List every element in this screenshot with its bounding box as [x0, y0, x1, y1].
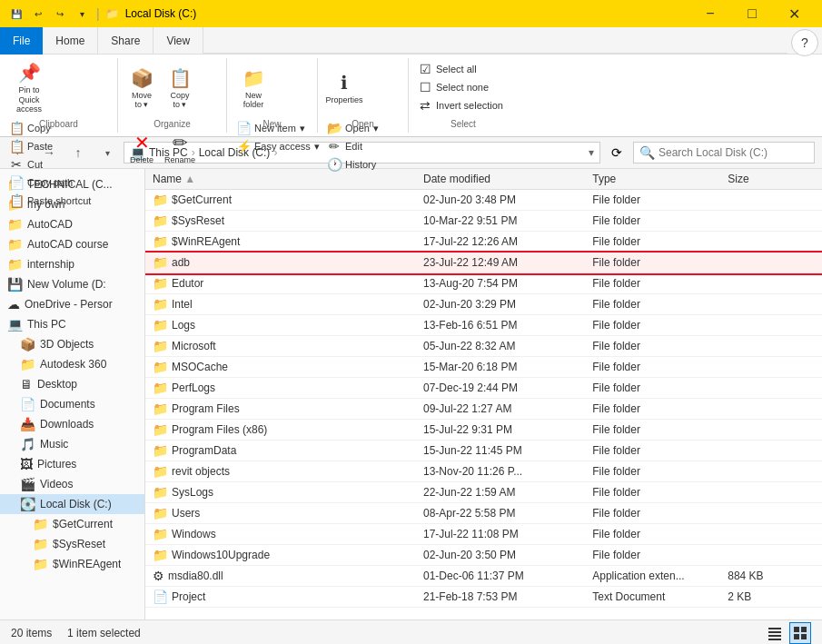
redo-quick-btn[interactable]: ↪ [51, 5, 69, 23]
sidebar-item-internship[interactable]: 📁internship [0, 254, 144, 274]
table-row[interactable]: 📄 Project 21-Feb-18 7:53 PM Text Documen… [145, 587, 822, 608]
minimize-button[interactable]: − [689, 0, 731, 27]
file-type: Text Document [585, 587, 720, 608]
edit-icon: ✏ [327, 139, 342, 154]
address-dropdown-btn[interactable]: ▾ [589, 146, 594, 159]
sidebar-item-documents[interactable]: 📄Documents [0, 394, 144, 414]
table-row[interactable]: 📁 Users 08-Apr-22 5:58 PM File folder [145, 503, 822, 524]
cut-btn[interactable]: ✂ Cut [5, 155, 94, 173]
invert-selection-btn[interactable]: ⇄ Invert selection [414, 96, 507, 114]
table-row[interactable]: 📁 ProgramData 15-Jun-22 11:45 PM File fo… [145, 441, 822, 461]
sidebar-item-localdisk[interactable]: 💽Local Disk (C:) [0, 494, 144, 514]
svg-rect-2 [768, 635, 781, 637]
col-header-size[interactable]: Size [720, 169, 822, 190]
view-details-btn[interactable] [764, 622, 786, 644]
cut-icon: ✂ [9, 157, 24, 172]
edit-btn[interactable]: ✏ Edit [323, 137, 382, 155]
table-row[interactable]: 📁 $GetCurrent 02-Jun-20 3:48 PM File fol… [145, 190, 822, 211]
sidebar-icon-internship: 📁 [7, 257, 23, 272]
file-type: File folder [585, 336, 720, 357]
table-row[interactable]: 📁 Intel 02-Jun-20 3:29 PM File folder [145, 294, 822, 315]
select-all-btn[interactable]: ☑ Select all [414, 60, 507, 78]
table-row[interactable]: 📁 $SysReset 10-Mar-22 9:51 PM File folde… [145, 211, 822, 232]
table-row[interactable]: 📁 $WinREAgent 17-Jul-22 12:26 AM File fo… [145, 232, 822, 253]
sidebar-item-newvolume[interactable]: 💾New Volume (D: [0, 274, 144, 294]
maximize-button[interactable]: □ [731, 0, 773, 27]
close-button[interactable]: ✕ [773, 0, 815, 27]
sidebar-item-getcurrent[interactable]: 📁$GetCurrent [0, 514, 144, 534]
select-group-label: Select [409, 119, 518, 129]
table-row[interactable]: 📁 Logs 13-Feb-16 6:51 PM File folder [145, 315, 822, 336]
sidebar-item-videos[interactable]: 🎬Videos [0, 474, 144, 494]
col-header-date[interactable]: Date modified [416, 169, 585, 190]
copy-to-btn[interactable]: 📋 Copyto ▾ [162, 60, 198, 118]
easy-access-btn[interactable]: ⚡ Easy access ▾ [233, 137, 323, 155]
pin-to-quick-btn[interactable]: 📌 Pin to Quick access [5, 60, 53, 118]
table-row[interactable]: 📁 Windows 17-Jul-22 11:08 PM File folder [145, 524, 822, 545]
table-row[interactable]: 📁 Edutor 13-Aug-20 7:54 PM File folder [145, 273, 822, 294]
sidebar-section: 📁TECHNICAL (C...📁my own📁AutoCAD📁AutoCAD … [0, 174, 144, 574]
tab-view[interactable]: View [154, 27, 203, 54]
paste-shortcut-btn[interactable]: 📋 Paste shortcut [5, 192, 94, 210]
file-name: ProgramData [172, 444, 236, 457]
col-header-type[interactable]: Type [585, 169, 720, 190]
table-row[interactable]: 📁 MSOCache 15-Mar-20 6:18 PM File folder [145, 357, 822, 378]
table-row[interactable]: 📁 Program Files (x86) 15-Jul-22 9:31 PM … [145, 420, 822, 441]
dropdown-qa-btn[interactable]: ▾ [73, 5, 91, 23]
ribbon-group-new: 📁 Newfolder 📄 New item ▾ ⚡ Easy access ▾ [227, 58, 318, 133]
file-icon: 📁 [153, 422, 168, 437]
refresh-button[interactable]: ⟳ [604, 140, 629, 165]
select-none-btn[interactable]: ☐ Select none [414, 78, 507, 96]
file-date: 22-Jun-22 1:59 AM [416, 482, 585, 503]
ribbon-content: 📌 Pin to Quick access 📋 Copy 📋 Paste ✂ C… [0, 54, 822, 136]
file-table: Name ▲ Date modified Type Size 📁 $GetCur… [145, 169, 822, 608]
move-to-btn[interactable]: 📦 Moveto ▾ [124, 60, 160, 118]
sidebar-item-desktop[interactable]: 🖥Desktop [0, 374, 144, 394]
history-btn[interactable]: 🕐 History [323, 155, 382, 173]
sidebar-label-3dobjects: 3D Objects [40, 338, 94, 351]
search-bar[interactable]: 🔍 [633, 142, 815, 163]
sidebar-item-sysreset[interactable]: 📁$SysReset [0, 534, 144, 554]
file-size [720, 273, 822, 294]
table-row[interactable]: 📁 revit objects 13-Nov-20 11:26 P... Fil… [145, 461, 822, 482]
table-row[interactable]: 📁 adb 23-Jul-22 12:49 AM File folder [145, 253, 822, 273]
sidebar-item-thispc[interactable]: 💻This PC [0, 314, 144, 334]
file-icon: 📁 [153, 255, 168, 270]
sidebar-item-downloads[interactable]: 📥Downloads [0, 414, 144, 434]
sidebar-item-onedrive[interactable]: ☁OneDrive - Persor [0, 294, 144, 314]
file-icon: 📁 [153, 443, 168, 458]
copy-path-icon: 📄 [9, 175, 24, 190]
file-name: Program Files (x86) [172, 423, 267, 436]
table-row[interactable]: 📁 SysLogs 22-Jun-22 1:59 AM File folder [145, 482, 822, 503]
tab-home[interactable]: Home [43, 27, 98, 54]
sidebar-item-3dobjects[interactable]: 📦3D Objects [0, 334, 144, 354]
new-folder-btn[interactable]: 📁 Newfolder [233, 60, 274, 118]
sidebar-item-music[interactable]: 🎵Music [0, 434, 144, 454]
sidebar-item-autodesk360[interactable]: 📁Autodesk 360 [0, 354, 144, 374]
search-input[interactable] [659, 146, 795, 159]
sidebar-item-pictures[interactable]: 🖼Pictures [0, 454, 144, 474]
properties-btn[interactable]: ℹ Properties [323, 60, 365, 118]
sidebar-icon-downloads: 📥 [20, 417, 35, 431]
tab-file[interactable]: File [0, 27, 43, 54]
paste-btn[interactable]: 📋 Paste [5, 137, 94, 155]
view-large-icons-btn[interactable] [789, 622, 811, 644]
file-name: Microsoft [172, 340, 216, 352]
help-btn[interactable]: ? [791, 29, 818, 56]
sidebar-icon-videos: 🎬 [20, 477, 35, 491]
table-row[interactable]: ⚙ msdia80.dll 01-Dec-06 11:37 PM Applica… [145, 566, 822, 587]
tab-share[interactable]: Share [98, 27, 154, 54]
undo-quick-btn[interactable]: ↩ [29, 5, 47, 23]
table-row[interactable]: 📁 Program Files 09-Jul-22 1:27 AM File f… [145, 399, 822, 420]
open-group-label: Open [318, 119, 408, 129]
file-icon: ⚙ [153, 569, 164, 583]
sidebar-item-autocadcourse[interactable]: 📁AutoCAD course [0, 234, 144, 254]
save-quick-btn[interactable]: 💾 [7, 5, 25, 23]
sidebar-item-winreagent[interactable]: 📁$WinREAgent [0, 554, 144, 574]
table-row[interactable]: 📁 Windows10Upgrade 02-Jun-20 3:50 PM Fil… [145, 545, 822, 566]
file-name: $SysReset [172, 214, 224, 227]
table-row[interactable]: 📁 Microsoft 05-Jun-22 8:32 AM File folde… [145, 336, 822, 357]
table-row[interactable]: 📁 PerfLogs 07-Dec-19 2:44 PM File folder [145, 378, 822, 399]
file-name: Intel [172, 298, 193, 311]
copy-path-btn[interactable]: 📄 Copy path [5, 173, 94, 192]
